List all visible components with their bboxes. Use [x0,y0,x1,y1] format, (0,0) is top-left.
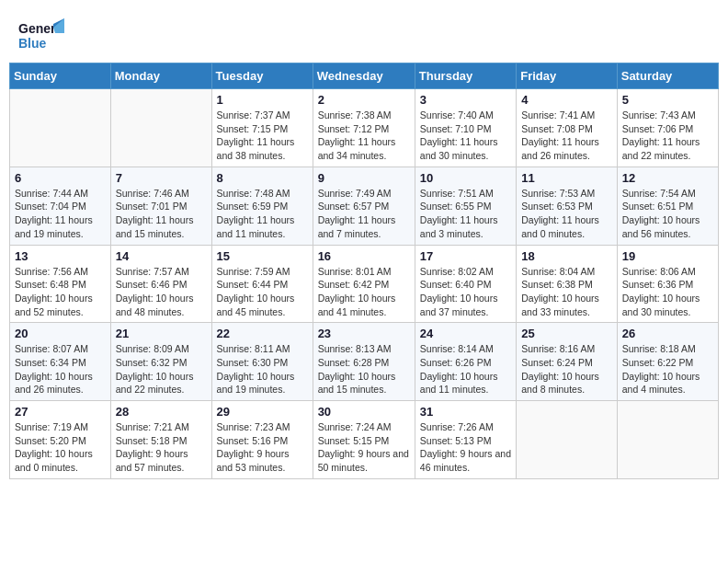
calendar-cell: 9Sunrise: 7:49 AM Sunset: 6:57 PM Daylig… [313,167,415,245]
day-number: 20 [15,327,106,340]
day-info: Sunrise: 7:26 AM Sunset: 5:13 PM Dayligh… [420,420,511,475]
day-info: Sunrise: 7:59 AM Sunset: 6:44 PM Dayligh… [217,265,308,319]
calendar-cell: 19Sunrise: 8:06 AM Sunset: 6:36 PM Dayli… [617,245,718,323]
day-number: 14 [116,249,207,263]
logo-icon: General Blue [18,17,64,55]
day-number: 16 [318,249,410,263]
calendar-week-row: 27Sunrise: 7:19 AM Sunset: 5:20 PM Dayli… [10,401,719,479]
day-info: Sunrise: 7:48 AM Sunset: 6:59 PM Dayligh… [217,187,308,241]
day-of-week-header: Thursday [415,63,516,89]
day-number: 9 [318,171,410,185]
day-info: Sunrise: 8:02 AM Sunset: 6:40 PM Dayligh… [420,265,511,319]
calendar-week-row: 6Sunrise: 7:44 AM Sunset: 7:04 PM Daylig… [10,167,719,245]
day-info: Sunrise: 7:24 AM Sunset: 5:15 PM Dayligh… [318,420,410,475]
day-number: 28 [116,405,207,419]
day-info: Sunrise: 7:23 AM Sunset: 5:16 PM Dayligh… [217,420,308,475]
calendar-cell: 12Sunrise: 7:54 AM Sunset: 6:51 PM Dayli… [617,167,718,245]
day-info: Sunrise: 7:21 AM Sunset: 5:18 PM Dayligh… [116,420,207,475]
day-info: Sunrise: 8:06 AM Sunset: 6:36 PM Dayligh… [622,265,713,319]
day-info: Sunrise: 8:11 AM Sunset: 6:30 PM Dayligh… [217,342,308,396]
day-number: 30 [318,405,410,419]
day-info: Sunrise: 8:16 AM Sunset: 6:24 PM Dayligh… [521,342,612,396]
day-number: 25 [521,327,612,340]
calendar-cell: 17Sunrise: 8:02 AM Sunset: 6:40 PM Dayli… [415,245,516,323]
calendar-header: SundayMondayTuesdayWednesdayThursdayFrid… [10,63,719,89]
calendar-cell: 16Sunrise: 8:01 AM Sunset: 6:42 PM Dayli… [313,245,415,323]
day-number: 31 [420,405,511,419]
day-of-week-header: Tuesday [211,63,313,89]
day-info: Sunrise: 7:49 AM Sunset: 6:57 PM Dayligh… [318,187,410,241]
calendar-cell [110,89,211,167]
calendar-cell: 8Sunrise: 7:48 AM Sunset: 6:59 PM Daylig… [211,167,313,245]
day-info: Sunrise: 7:38 AM Sunset: 7:12 PM Dayligh… [318,109,410,163]
calendar-cell: 6Sunrise: 7:44 AM Sunset: 7:04 PM Daylig… [10,167,111,245]
calendar-cell: 29Sunrise: 7:23 AM Sunset: 5:16 PM Dayli… [211,401,313,479]
calendar-cell: 31Sunrise: 7:26 AM Sunset: 5:13 PM Dayli… [415,401,516,479]
day-info: Sunrise: 7:57 AM Sunset: 6:46 PM Dayligh… [116,265,207,319]
calendar-cell: 4Sunrise: 7:41 AM Sunset: 7:08 PM Daylig… [517,89,618,167]
day-number: 7 [116,171,207,185]
day-of-week-header: Sunday [10,63,111,89]
day-of-week-header: Friday [517,63,618,89]
calendar-week-row: 20Sunrise: 8:07 AM Sunset: 6:34 PM Dayli… [10,323,719,401]
calendar-table: SundayMondayTuesdayWednesdayThursdayFrid… [9,63,719,479]
day-info: Sunrise: 8:14 AM Sunset: 6:26 PM Dayligh… [420,342,511,396]
calendar-cell: 28Sunrise: 7:21 AM Sunset: 5:18 PM Dayli… [110,401,211,479]
calendar-cell [517,401,618,479]
day-info: Sunrise: 7:53 AM Sunset: 6:53 PM Dayligh… [521,187,612,241]
day-of-week-header: Monday [110,63,211,89]
day-number: 23 [318,327,410,340]
day-info: Sunrise: 7:56 AM Sunset: 6:48 PM Dayligh… [15,265,106,319]
calendar-cell: 10Sunrise: 7:51 AM Sunset: 6:55 PM Dayli… [415,167,516,245]
calendar-cell: 25Sunrise: 8:16 AM Sunset: 6:24 PM Dayli… [517,323,618,401]
calendar-body: 1Sunrise: 7:37 AM Sunset: 7:15 PM Daylig… [10,89,719,479]
calendar-cell [617,401,718,479]
calendar-cell: 26Sunrise: 8:18 AM Sunset: 6:22 PM Dayli… [617,323,718,401]
page-header: General Blue [9,9,719,59]
day-number: 27 [15,405,106,419]
calendar-cell: 30Sunrise: 7:24 AM Sunset: 5:15 PM Dayli… [313,401,415,479]
calendar-cell: 23Sunrise: 8:13 AM Sunset: 6:28 PM Dayli… [313,323,415,401]
calendar-cell: 15Sunrise: 7:59 AM Sunset: 6:44 PM Dayli… [211,245,313,323]
day-info: Sunrise: 7:54 AM Sunset: 6:51 PM Dayligh… [622,187,713,241]
days-of-week-row: SundayMondayTuesdayWednesdayThursdayFrid… [10,63,719,89]
day-number: 21 [116,327,207,340]
day-info: Sunrise: 7:40 AM Sunset: 7:10 PM Dayligh… [420,109,511,163]
day-number: 8 [217,171,308,185]
day-number: 10 [420,171,511,185]
day-number: 19 [622,249,713,263]
day-info: Sunrise: 7:37 AM Sunset: 7:15 PM Dayligh… [217,109,308,163]
calendar-cell: 5Sunrise: 7:43 AM Sunset: 7:06 PM Daylig… [617,89,718,167]
calendar-cell: 13Sunrise: 7:56 AM Sunset: 6:48 PM Dayli… [10,245,111,323]
day-number: 2 [318,93,410,107]
calendar-cell: 18Sunrise: 8:04 AM Sunset: 6:38 PM Dayli… [517,245,618,323]
calendar-cell: 11Sunrise: 7:53 AM Sunset: 6:53 PM Dayli… [517,167,618,245]
day-of-week-header: Wednesday [313,63,415,89]
calendar-cell: 20Sunrise: 8:07 AM Sunset: 6:34 PM Dayli… [10,323,111,401]
day-info: Sunrise: 7:43 AM Sunset: 7:06 PM Dayligh… [622,109,713,163]
day-info: Sunrise: 8:13 AM Sunset: 6:28 PM Dayligh… [318,342,410,396]
day-number: 5 [622,93,713,107]
calendar-cell: 24Sunrise: 8:14 AM Sunset: 6:26 PM Dayli… [415,323,516,401]
day-number: 1 [217,93,308,107]
day-number: 26 [622,327,713,340]
day-number: 3 [420,93,511,107]
calendar-cell: 3Sunrise: 7:40 AM Sunset: 7:10 PM Daylig… [415,89,516,167]
day-number: 4 [521,93,612,107]
day-of-week-header: Saturday [617,63,718,89]
day-info: Sunrise: 7:46 AM Sunset: 7:01 PM Dayligh… [116,187,207,241]
calendar-cell: 22Sunrise: 8:11 AM Sunset: 6:30 PM Dayli… [211,323,313,401]
day-info: Sunrise: 7:41 AM Sunset: 7:08 PM Dayligh… [521,109,612,163]
day-number: 12 [622,171,713,185]
day-number: 6 [15,171,106,185]
day-number: 17 [420,249,511,263]
day-number: 18 [521,249,612,263]
day-number: 13 [15,249,106,263]
day-info: Sunrise: 7:51 AM Sunset: 6:55 PM Dayligh… [420,187,511,241]
calendar-cell: 21Sunrise: 8:09 AM Sunset: 6:32 PM Dayli… [110,323,211,401]
day-number: 11 [521,171,612,185]
calendar-cell: 2Sunrise: 7:38 AM Sunset: 7:12 PM Daylig… [313,89,415,167]
day-number: 22 [217,327,308,340]
day-info: Sunrise: 8:09 AM Sunset: 6:32 PM Dayligh… [116,342,207,396]
calendar-cell: 7Sunrise: 7:46 AM Sunset: 7:01 PM Daylig… [110,167,211,245]
